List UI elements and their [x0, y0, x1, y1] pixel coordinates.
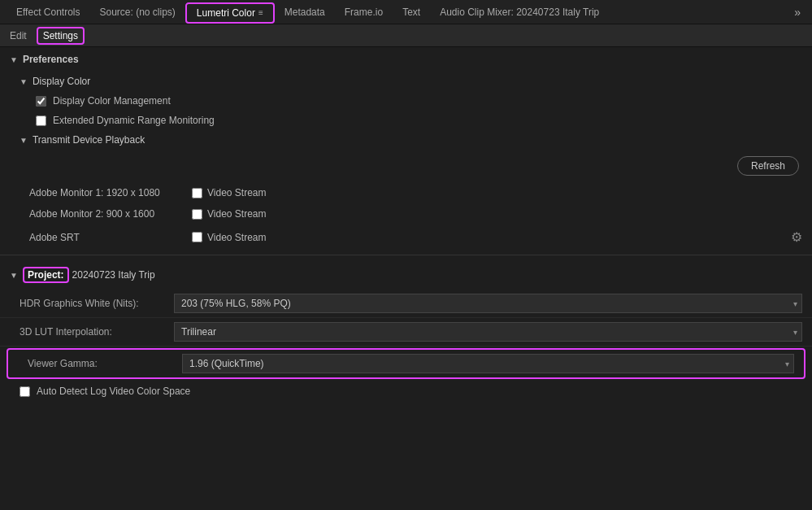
- viewer-gamma-row: Viewer Gamma: 1.96 (QuickTime) 2.2 2.4 L…: [7, 348, 805, 379]
- extended-dynamic-range-label: Extended Dynamic Range Monitoring: [53, 115, 215, 126]
- transmit-device-playback-header[interactable]: ▼ Transmit Device Playback: [0, 130, 812, 150]
- main-content: ▼ Preferences ▼ Display Color Display Co…: [0, 47, 812, 510]
- monitor-1-label: Adobe Monitor 1: 1920 x 1080: [29, 187, 176, 198]
- 3d-lut-interpolation-control: Trilinear Tetrahedral ▾: [174, 322, 802, 342]
- monitor-row-2: Adobe Monitor 2: 900 x 1600 Video Stream: [0, 203, 812, 224]
- display-color-management-checkbox[interactable]: [36, 96, 46, 107]
- monitor-2-checkbox-area: Video Stream: [192, 208, 267, 220]
- hdr-graphics-white-label: HDR Graphics White (Nits):: [20, 298, 174, 309]
- monitor-2-video-stream-label: Video Stream: [207, 208, 267, 220]
- refresh-button[interactable]: Refresh: [737, 156, 799, 176]
- tab-bar: Effect Controls Source: (no clips) Lumet…: [0, 0, 812, 24]
- monitor-2-video-stream-checkbox[interactable]: [192, 209, 202, 220]
- monitor-row-1: Adobe Monitor 1: 1920 x 1080 Video Strea…: [0, 182, 812, 203]
- project-chevron: ▼: [10, 271, 18, 280]
- display-color-label: Display Color: [33, 76, 90, 87]
- transmit-label: Transmit Device Playback: [33, 134, 145, 146]
- hdr-graphics-white-control: 203 (75% HLG, 58% PQ) 100 400 1000 ▾: [174, 294, 802, 313]
- preferences-label: Preferences: [23, 54, 79, 65]
- monitor-srt-checkbox-area: Video Stream: [192, 232, 267, 243]
- display-color-chevron: ▼: [20, 77, 28, 86]
- edit-button[interactable]: Edit: [10, 30, 27, 41]
- monitor-1-video-stream-checkbox[interactable]: [192, 188, 202, 198]
- divider-1: [0, 255, 812, 255]
- hamburger-icon: ≡: [258, 4, 263, 22]
- tab-source[interactable]: Source: (no clips): [89, 0, 185, 24]
- 3d-lut-interpolation-select[interactable]: Trilinear Tetrahedral: [174, 322, 802, 342]
- preferences-header[interactable]: ▼ Preferences: [0, 47, 812, 72]
- hdr-graphics-white-row: HDR Graphics White (Nits): 203 (75% HLG,…: [0, 290, 812, 318]
- refresh-area: Refresh: [0, 150, 812, 182]
- lumetri-color-label: Lumetri Color: [197, 4, 255, 22]
- tab-bar-right: »: [789, 6, 805, 19]
- tab-metadata[interactable]: Metadata: [275, 0, 335, 24]
- viewer-gamma-select[interactable]: 1.96 (QuickTime) 2.2 2.4 Linear: [182, 354, 794, 373]
- monitor-srt-video-stream-label: Video Stream: [207, 232, 267, 243]
- settings-button[interactable]: Settings: [37, 27, 85, 45]
- tab-audio-clip-mixer[interactable]: Audio Clip Mixer: 20240723 Italy Trip: [430, 0, 609, 24]
- transmit-chevron: ▼: [20, 136, 28, 145]
- project-header[interactable]: ▼ Project: 20240723 Italy Trip: [0, 260, 812, 290]
- 3d-lut-interpolation-label: 3D LUT Interpolation:: [20, 326, 174, 338]
- monitor-row-srt: Adobe SRT Video Stream ⚙: [0, 224, 812, 250]
- display-color-management-row: Display Color Management: [0, 91, 812, 111]
- tab-text[interactable]: Text: [393, 0, 430, 24]
- tab-frameio[interactable]: Frame.io: [335, 0, 393, 24]
- tab-effect-controls[interactable]: Effect Controls: [7, 0, 89, 24]
- extended-dynamic-range-row: Extended Dynamic Range Monitoring: [0, 111, 812, 130]
- viewer-gamma-label: Viewer Gamma:: [28, 358, 182, 369]
- extended-dynamic-range-checkbox[interactable]: [36, 116, 46, 126]
- auto-detect-row: Auto Detect Log Video Color Space: [0, 381, 812, 402]
- project-name: 20240723 Italy Trip: [72, 269, 155, 281]
- display-color-management-label: Display Color Management: [53, 95, 171, 107]
- monitor-srt-label: Adobe SRT: [29, 232, 176, 243]
- hdr-graphics-white-select[interactable]: 203 (75% HLG, 58% PQ) 100 400 1000: [174, 294, 802, 313]
- gear-icon[interactable]: ⚙: [791, 229, 802, 245]
- more-tabs-icon[interactable]: »: [789, 6, 805, 19]
- display-color-header[interactable]: ▼ Display Color: [0, 72, 812, 91]
- auto-detect-label: Auto Detect Log Video Color Space: [37, 386, 190, 397]
- preferences-chevron: ▼: [10, 55, 18, 64]
- monitor-2-label: Adobe Monitor 2: 900 x 1600: [29, 208, 176, 220]
- monitor-srt-video-stream-checkbox[interactable]: [192, 232, 202, 242]
- project-section-label: Project:: [23, 267, 69, 283]
- 3d-lut-interpolation-row: 3D LUT Interpolation: Trilinear Tetrahed…: [0, 318, 812, 347]
- viewer-gamma-control: 1.96 (QuickTime) 2.2 2.4 Linear ▾: [182, 354, 794, 373]
- tab-lumetri-color[interactable]: Lumetri Color ≡: [185, 2, 275, 24]
- monitor-1-checkbox-area: Video Stream: [192, 187, 267, 198]
- auto-detect-checkbox[interactable]: [20, 386, 30, 397]
- edit-bar: Edit Settings: [0, 24, 812, 47]
- monitor-1-video-stream-label: Video Stream: [207, 187, 267, 198]
